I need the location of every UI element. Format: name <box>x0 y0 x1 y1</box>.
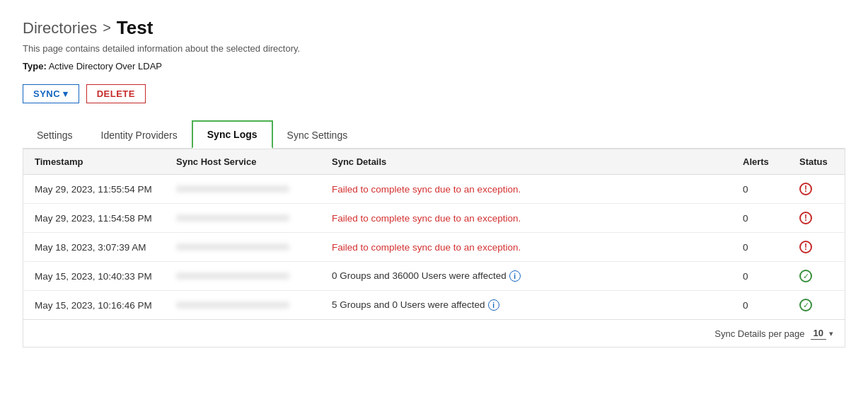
table-header-row: Timestamp Sync Host Service Sync Details… <box>23 149 845 175</box>
info-icon[interactable]: i <box>509 270 521 282</box>
tab-sync-settings[interactable]: Sync Settings <box>273 122 362 148</box>
tabs: Settings Identity Providers Sync Logs Sy… <box>23 120 845 149</box>
cell-status: ✓ <box>788 291 845 320</box>
table-row: May 15, 2023, 10:16:46 PM5 Groups and 0 … <box>23 291 845 320</box>
cell-sync-details: Failed to complete sync due to an except… <box>320 204 731 233</box>
per-page-value[interactable]: 10 <box>811 327 826 340</box>
status-error-icon: ! <box>799 212 812 224</box>
col-header-status: Status <box>788 149 845 175</box>
pagination-row: Sync Details per page 10 ▾ <box>23 319 845 347</box>
type-label: Type: <box>23 61 47 71</box>
cell-sync-details: 5 Groups and 0 Users were affectedi <box>320 291 731 320</box>
tab-settings[interactable]: Settings <box>23 122 87 148</box>
per-page-select[interactable]: 10 ▾ <box>811 327 833 340</box>
col-header-alerts: Alerts <box>731 149 788 175</box>
breadcrumb-current: Test <box>117 17 154 39</box>
cell-timestamp: May 18, 2023, 3:07:39 AM <box>23 233 165 262</box>
delete-button[interactable]: DELETE <box>86 84 146 103</box>
sync-chevron-icon: ▾ <box>63 88 69 99</box>
sync-button[interactable]: SYNC ▾ <box>23 84 79 103</box>
page-description: This page contains detailed information … <box>23 43 845 54</box>
cell-sync-details: Failed to complete sync due to an except… <box>320 175 731 204</box>
status-error-icon: ! <box>799 241 812 253</box>
tab-sync-logs[interactable]: Sync Logs <box>192 120 273 149</box>
cell-status: ! <box>788 175 845 204</box>
type-row: Type: Active Directory Over LDAP <box>23 61 845 71</box>
status-error-icon: ! <box>799 183 812 195</box>
status-success-icon: ✓ <box>799 270 812 282</box>
breadcrumb-separator: > <box>103 20 111 36</box>
status-success-icon: ✓ <box>799 299 812 311</box>
breadcrumb: Directories > Test <box>23 17 845 39</box>
cell-timestamp: May 15, 2023, 10:40:33 PM <box>23 262 165 291</box>
col-header-timestamp: Timestamp <box>23 149 165 175</box>
table-row: May 29, 2023, 11:55:54 PMFailed to compl… <box>23 175 845 204</box>
cell-timestamp: May 15, 2023, 10:16:46 PM <box>23 291 165 320</box>
cell-timestamp: May 29, 2023, 11:55:54 PM <box>23 175 165 204</box>
cell-timestamp: May 29, 2023, 11:54:58 PM <box>23 204 165 233</box>
table-row: May 18, 2023, 3:07:39 AMFailed to comple… <box>23 233 845 262</box>
breadcrumb-parent[interactable]: Directories <box>23 19 97 38</box>
cell-host <box>165 233 320 262</box>
sync-button-label: SYNC <box>33 88 60 99</box>
cell-alerts: 0 <box>731 233 788 262</box>
type-value: Active Directory Over LDAP <box>49 61 162 71</box>
col-header-sync-host: Sync Host Service <box>165 149 320 175</box>
cell-alerts: 0 <box>731 204 788 233</box>
cell-host <box>165 262 320 291</box>
col-header-sync-details: Sync Details <box>320 149 731 175</box>
cell-alerts: 0 <box>731 262 788 291</box>
tab-identity-providers[interactable]: Identity Providers <box>87 122 192 148</box>
cell-alerts: 0 <box>731 291 788 320</box>
table-row: May 15, 2023, 10:40:33 PM0 Groups and 36… <box>23 262 845 291</box>
sync-logs-table: Timestamp Sync Host Service Sync Details… <box>23 149 845 348</box>
table-row: May 29, 2023, 11:54:58 PMFailed to compl… <box>23 204 845 233</box>
cell-sync-details: Failed to complete sync due to an except… <box>320 233 731 262</box>
chevron-down-icon[interactable]: ▾ <box>829 329 833 338</box>
cell-status: ✓ <box>788 262 845 291</box>
pagination-label: Sync Details per page <box>714 328 804 339</box>
button-row: SYNC ▾ DELETE <box>23 84 845 103</box>
cell-host <box>165 204 320 233</box>
info-icon[interactable]: i <box>488 299 499 311</box>
cell-sync-details: 0 Groups and 36000 Users were affectedi <box>320 262 731 291</box>
cell-host <box>165 175 320 204</box>
cell-host <box>165 291 320 320</box>
cell-alerts: 0 <box>731 175 788 204</box>
cell-status: ! <box>788 204 845 233</box>
cell-status: ! <box>788 233 845 262</box>
